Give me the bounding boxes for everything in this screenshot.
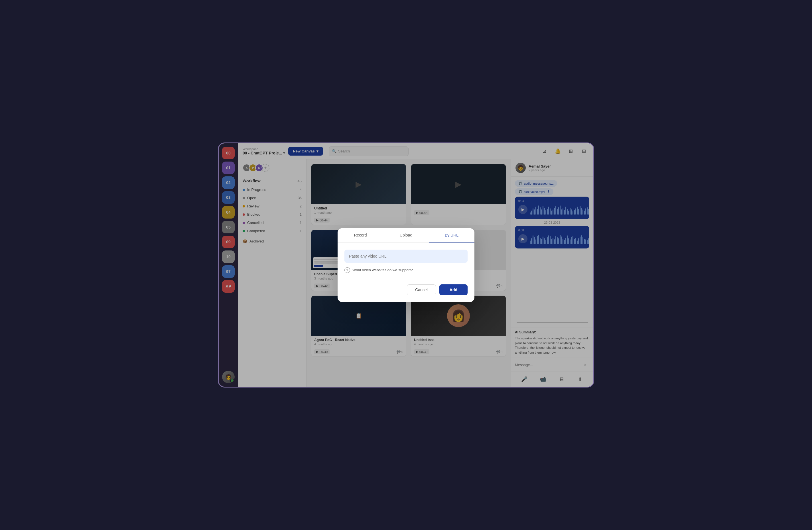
modal-body: ? What video websites do we support? (337, 243, 475, 280)
cancel-button[interactable]: Cancel (407, 284, 436, 295)
question-icon: ? (344, 267, 350, 273)
tab-upload[interactable]: Upload (383, 228, 429, 242)
modal-tabs: Record Upload By URL (337, 228, 475, 243)
add-button[interactable]: Add (439, 284, 468, 295)
url-modal: Record Upload By URL ? What video websit… (337, 228, 475, 302)
tab-by-url[interactable]: By URL (429, 228, 475, 242)
modal-overlay: Record Upload By URL ? What video websit… (219, 143, 593, 387)
url-input[interactable] (349, 254, 463, 259)
url-input-wrapper (344, 250, 468, 263)
modal-footer: Cancel Add (337, 280, 475, 302)
tab-record[interactable]: Record (337, 228, 383, 242)
support-link[interactable]: ? What video websites do we support? (344, 267, 468, 273)
